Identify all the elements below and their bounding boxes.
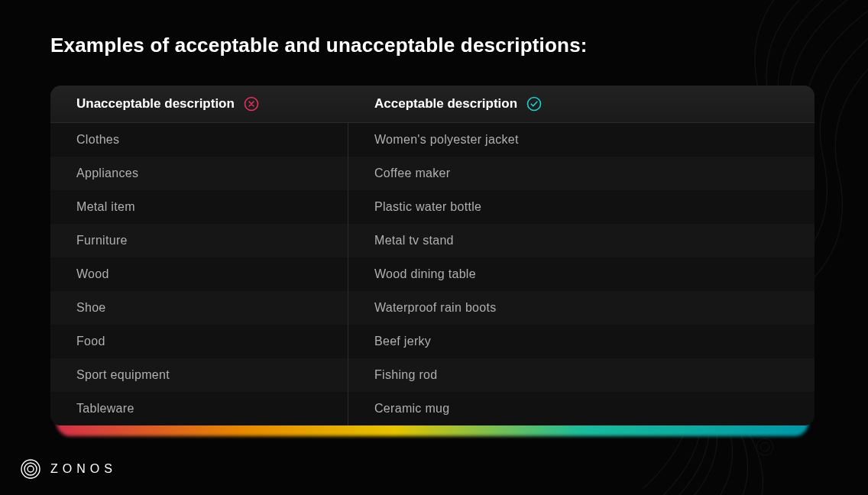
header-cell-acceptable: Acceptable description — [348, 96, 815, 112]
table-row: FoodBeef jerky — [50, 325, 815, 358]
table-body: ClothesWomen's polyester jacketAppliance… — [50, 123, 815, 425]
header-cell-unacceptable: Unacceptable description — [50, 96, 348, 112]
cell-unacceptable: Sport equipment — [50, 358, 348, 392]
description-table-card: Unacceptable description Acceptable desc… — [50, 86, 815, 425]
header-label-unacceptable: Unacceptable description — [76, 96, 235, 112]
svg-point-1 — [756, 438, 773, 455]
table-header-row: Unacceptable description Acceptable desc… — [50, 86, 815, 123]
svg-point-3 — [528, 98, 541, 111]
page-title: Examples of acceptable and unacceptable … — [50, 34, 588, 57]
cell-unacceptable: Shoe — [50, 291, 348, 325]
reject-icon — [244, 96, 259, 112]
table-row: ShoeWaterproof rain boots — [50, 291, 815, 325]
cell-unacceptable: Furniture — [50, 224, 348, 257]
accept-icon — [526, 96, 542, 112]
brand-logo: ZONOS — [20, 458, 117, 480]
table-row: AppliancesCoffee maker — [50, 157, 815, 190]
cell-unacceptable: Wood — [50, 257, 348, 291]
cell-unacceptable: Metal item — [50, 190, 348, 224]
table-row: Metal itemPlastic water bottle — [50, 190, 815, 224]
cell-acceptable: Coffee maker — [348, 157, 815, 190]
cell-unacceptable: Food — [50, 325, 348, 358]
svg-point-6 — [28, 466, 34, 472]
cell-unacceptable: Clothes — [50, 123, 348, 157]
table-row: FurnitureMetal tv stand — [50, 224, 815, 257]
table-row: ClothesWomen's polyester jacket — [50, 123, 815, 157]
svg-point-5 — [24, 463, 37, 475]
cell-acceptable: Fishing rod — [348, 358, 815, 392]
card-wrapper: Unacceptable description Acceptable desc… — [50, 86, 815, 425]
zonos-logo-icon — [20, 458, 41, 480]
table-row: TablewareCeramic mug — [50, 392, 815, 425]
brand-name: ZONOS — [50, 462, 117, 476]
table-row: WoodWood dining table — [50, 257, 815, 291]
cell-acceptable: Plastic water bottle — [348, 190, 815, 224]
svg-point-0 — [760, 442, 769, 451]
cell-acceptable: Beef jerky — [348, 325, 815, 358]
cell-acceptable: Metal tv stand — [348, 224, 815, 257]
table-row: Sport equipmentFishing rod — [50, 358, 815, 392]
cell-acceptable: Ceramic mug — [348, 392, 815, 425]
cell-unacceptable: Appliances — [50, 157, 348, 190]
cell-acceptable: Waterproof rain boots — [348, 291, 815, 325]
cell-acceptable: Women's polyester jacket — [348, 123, 815, 157]
cell-acceptable: Wood dining table — [348, 257, 815, 291]
header-label-acceptable: Acceptable description — [374, 96, 517, 112]
cell-unacceptable: Tableware — [50, 392, 348, 425]
